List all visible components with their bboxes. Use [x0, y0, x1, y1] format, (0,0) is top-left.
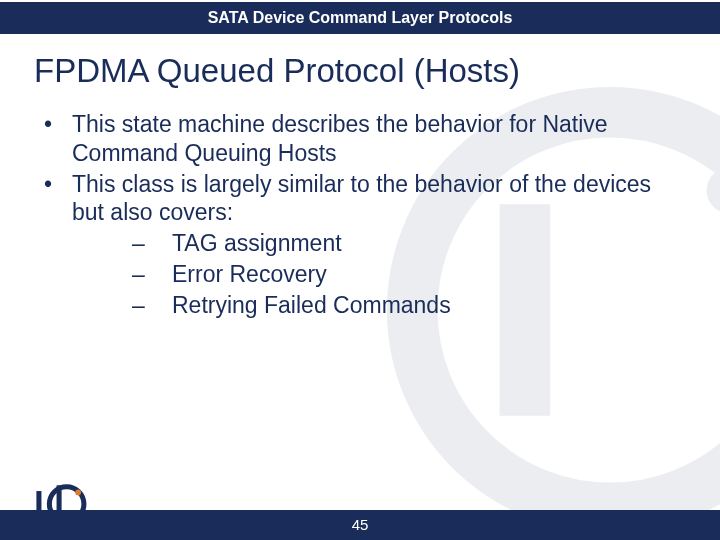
- page-number: 45: [352, 516, 369, 533]
- sub-bullet-item: – Error Recovery: [132, 260, 680, 289]
- bullet-mark: •: [44, 170, 72, 228]
- header-subtitle: SATA Device Command Layer Protocols: [208, 9, 513, 26]
- header-subtitle-bar: SATA Device Command Layer Protocols: [0, 2, 720, 34]
- slide-title: FPDMA Queued Protocol (Hosts): [0, 34, 720, 110]
- sub-bullet-text: Error Recovery: [172, 260, 327, 289]
- dash-mark: –: [132, 229, 172, 258]
- slide-content: • This state machine describes the behav…: [0, 110, 720, 319]
- bullet-text: This class is largely similar to the beh…: [72, 170, 680, 228]
- bullet-item: • This state machine describes the behav…: [44, 110, 680, 168]
- sub-bullet-text: Retrying Failed Commands: [172, 291, 451, 320]
- dash-mark: –: [132, 291, 172, 320]
- sub-bullet-item: – TAG assignment: [132, 229, 680, 258]
- bullet-item: • This class is largely similar to the b…: [44, 170, 680, 228]
- sub-bullet-text: TAG assignment: [172, 229, 342, 258]
- dash-mark: –: [132, 260, 172, 289]
- footer-bar: 45: [0, 510, 720, 540]
- svg-point-4: [75, 490, 81, 496]
- sub-bullet-item: – Retrying Failed Commands: [132, 291, 680, 320]
- bullet-mark: •: [44, 110, 72, 168]
- bullet-text: This state machine describes the behavio…: [72, 110, 680, 168]
